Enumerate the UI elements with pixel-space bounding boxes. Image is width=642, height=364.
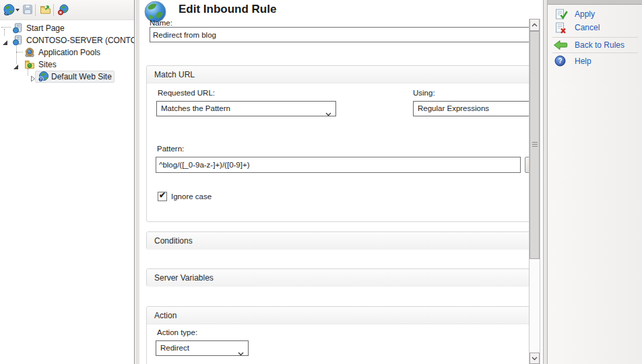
folder-up-icon: [40, 4, 51, 17]
requested-url-label: Requested URL:: [158, 89, 215, 97]
back-button[interactable]: [1, 3, 16, 18]
server-globe-icon: [12, 23, 23, 34]
tree-item-sites[interactable]: Sites: [0, 59, 135, 71]
conditions-section-header[interactable]: Conditions: [147, 232, 529, 250]
main-scrollbar[interactable]: [529, 19, 540, 364]
tree-item-label: Sites: [38, 59, 57, 71]
save-icon: [22, 4, 33, 17]
tree-item-label: Application Pools: [38, 46, 100, 59]
tree-item-label: CONTOSO-SERVER (CONTOS: [26, 34, 134, 46]
scroll-down-button[interactable]: [529, 353, 540, 364]
action-section: Action Action type: Redirect: [146, 306, 529, 364]
iis-manager-window: Start Page CONTOSO-SERVER (CONTOS Applic…: [0, 0, 642, 364]
server-globe-icon: [12, 35, 23, 46]
connections-tree: Start Page CONTOSO-SERVER (CONTOS Applic…: [0, 21, 135, 364]
using-value: Regular Expressions: [418, 104, 489, 112]
tree-item-server[interactable]: CONTOSO-SERVER (CONTOS: [0, 34, 135, 46]
apply-action[interactable]: Apply: [548, 9, 642, 22]
back-to-rules-action[interactable]: Back to Rules: [548, 40, 642, 53]
svg-text:?: ?: [558, 57, 562, 65]
scrollbar-grip-icon: [532, 142, 538, 147]
tree-item-default-web-site[interactable]: ? Default Web Site: [0, 71, 135, 83]
tree-item-label: Start Page: [26, 22, 65, 34]
chevron-down-icon: [325, 107, 331, 121]
web-site-globe-icon: ?: [38, 71, 49, 82]
connections-toolbar: [0, 0, 135, 20]
back-arrow-icon: [553, 40, 569, 53]
cancel-icon: [555, 22, 571, 37]
pattern-label: Pattern:: [157, 145, 184, 153]
toolbar-separator: [53, 4, 54, 16]
scrollbar-thumb[interactable]: [529, 31, 540, 259]
expanded-triangle-icon[interactable]: [2, 37, 9, 44]
sites-folder-icon: [24, 59, 35, 70]
ignore-case-label: Ignore case: [171, 192, 212, 201]
name-input[interactable]: [150, 27, 529, 42]
ignore-case-checkbox[interactable]: [158, 192, 167, 201]
chevron-down-icon: [532, 357, 538, 361]
chevron-up-icon: [532, 23, 538, 27]
match-url-section-header[interactable]: Match URL: [147, 66, 529, 83]
edit-inbound-rule-page: Edit Inbound Rule Name: Match URL Reques…: [139, 0, 529, 364]
cancel-action[interactable]: Cancel: [548, 22, 642, 36]
expanded-triangle-icon[interactable]: [13, 61, 20, 68]
disconnect-button[interactable]: [56, 3, 71, 18]
toolbar-separator: [35, 4, 36, 16]
dropdown-caret-icon[interactable]: [15, 9, 20, 11]
help-action[interactable]: ? Help: [548, 56, 642, 69]
pattern-input[interactable]: [156, 157, 521, 173]
using-select[interactable]: Regular Expressions: [413, 101, 529, 116]
back-globe-icon: [3, 3, 15, 19]
actions-panel-top-band: [548, 0, 642, 5]
cancel-label: Cancel: [575, 23, 600, 32]
collapsed-triangle-icon[interactable]: [30, 73, 37, 80]
actions-separator: [552, 52, 638, 53]
conditions-section: Conditions: [146, 231, 529, 250]
actions-separator: [552, 37, 638, 38]
disconnect-icon: [57, 4, 69, 18]
scroll-up-button[interactable]: [529, 19, 540, 31]
apply-label: Apply: [575, 9, 595, 19]
action-type-label: Action type:: [157, 328, 197, 336]
server-variables-section-header[interactable]: Server Variables: [147, 269, 529, 287]
action-section-header[interactable]: Action: [147, 307, 529, 324]
action-type-value: Redirect: [160, 344, 189, 352]
actions-panel-divider: [543, 0, 548, 364]
application-pools-icon: [24, 47, 35, 58]
connections-panel: Start Page CONTOSO-SERVER (CONTOS Applic…: [0, 0, 135, 364]
back-to-rules-label: Back to Rules: [575, 40, 624, 50]
requested-url-select[interactable]: Matches the Pattern: [156, 101, 336, 116]
chevron-down-icon: [238, 347, 244, 361]
name-label: Name:: [150, 19, 172, 27]
tree-item-application-pools[interactable]: Application Pools: [0, 46, 135, 59]
actions-panel: Apply Cancel Back to Rules ? Help: [548, 0, 642, 364]
apply-icon: [555, 9, 571, 24]
up-level-button[interactable]: [38, 3, 53, 18]
using-label: Using:: [413, 89, 435, 97]
help-icon: ?: [554, 55, 566, 69]
server-variables-section: Server Variables: [146, 268, 529, 287]
page-title: Edit Inbound Rule: [179, 3, 276, 16]
help-label: Help: [575, 57, 591, 66]
tree-item-label: Default Web Site: [51, 71, 112, 83]
save-button[interactable]: [20, 3, 35, 18]
tree-item-start-page[interactable]: Start Page: [0, 22, 135, 34]
requested-url-value: Matches the Pattern: [161, 104, 230, 112]
action-type-select[interactable]: Redirect: [156, 340, 249, 356]
match-url-section: Match URL Requested URL: Matches the Pat…: [146, 65, 529, 222]
